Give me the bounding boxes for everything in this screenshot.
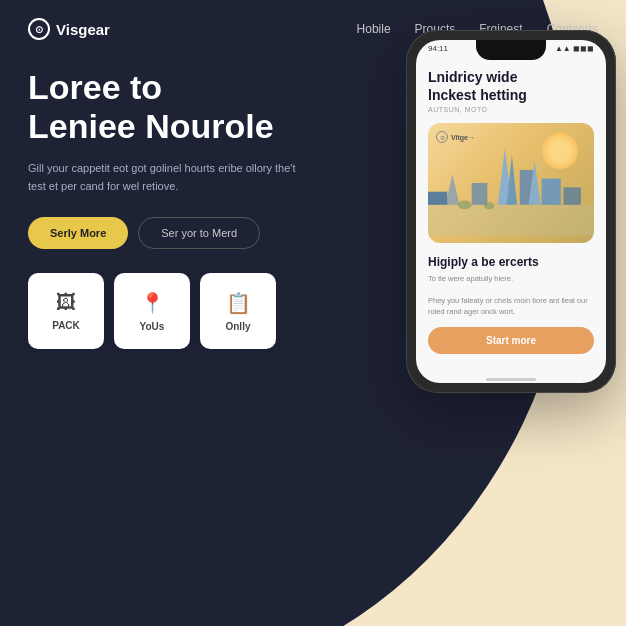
app-card: ⊙ Vitge→ bbox=[428, 123, 594, 243]
primary-cta-button[interactable]: Serly More bbox=[28, 217, 128, 249]
phone-card-subtitle: AUTSUN, MOTO bbox=[428, 106, 594, 113]
card-onlly[interactable]: 📋 Onlly bbox=[200, 273, 276, 349]
secondary-cta-button[interactable]: Ser yor to Merd bbox=[138, 217, 260, 249]
phone-card-title: Lnidricy wide lnckest hetting bbox=[428, 68, 594, 104]
yous-icon: 📍 bbox=[140, 291, 165, 315]
phone-time: 94:11 bbox=[428, 44, 448, 53]
svg-rect-8 bbox=[428, 192, 447, 205]
card-pack[interactable]: 🖼 PACK bbox=[28, 273, 104, 349]
phone-desc-title: Higiply a be ercerts bbox=[428, 255, 594, 269]
svg-rect-2 bbox=[472, 183, 488, 205]
phone-screen: 94:11 ▲▲ ◼◼◼ Lnidricy wide lnckest hetti… bbox=[416, 40, 606, 383]
card-yous-label: YoUs bbox=[140, 321, 165, 332]
phone-desc-text1: To tle were apatully hiere. bbox=[428, 273, 594, 284]
card-pack-label: PACK bbox=[52, 320, 80, 331]
logo-icon: ⊙ bbox=[28, 18, 50, 40]
nav-item-hobile[interactable]: Hobile bbox=[357, 22, 391, 36]
svg-rect-0 bbox=[428, 205, 594, 236]
svg-point-11 bbox=[484, 203, 494, 210]
onlly-icon: 📋 bbox=[226, 291, 251, 315]
hero-description: Gill your cappetit eot got golinel hourt… bbox=[28, 160, 308, 195]
phone-signal: ▲▲ ◼◼◼ bbox=[555, 44, 594, 53]
brand-name: Visgear bbox=[56, 21, 110, 38]
svg-rect-9 bbox=[563, 188, 580, 205]
svg-rect-7 bbox=[542, 179, 561, 205]
phone-start-button[interactable]: Start more bbox=[428, 327, 594, 354]
card-yous[interactable]: 📍 YoUs bbox=[114, 273, 190, 349]
phone-home-bar bbox=[486, 378, 536, 381]
city-illustration bbox=[428, 123, 594, 243]
card-onlly-label: Onlly bbox=[225, 321, 250, 332]
svg-point-10 bbox=[458, 201, 472, 210]
pack-icon: 🖼 bbox=[56, 291, 76, 314]
phone-desc-text2: Phey you faleaty or chels moin tiore ant… bbox=[428, 295, 594, 318]
phone-notch bbox=[476, 40, 546, 60]
phone-mockup: 94:11 ▲▲ ◼◼◼ Lnidricy wide lnckest hetti… bbox=[406, 30, 626, 393]
svg-marker-1 bbox=[445, 175, 459, 206]
phone-content: Lnidricy wide lnckest hetting AUTSUN, MO… bbox=[416, 60, 606, 370]
logo: ⊙ Visgear bbox=[28, 18, 110, 40]
phone-outer-frame: 94:11 ▲▲ ◼◼◼ Lnidricy wide lnckest hetti… bbox=[406, 30, 616, 393]
